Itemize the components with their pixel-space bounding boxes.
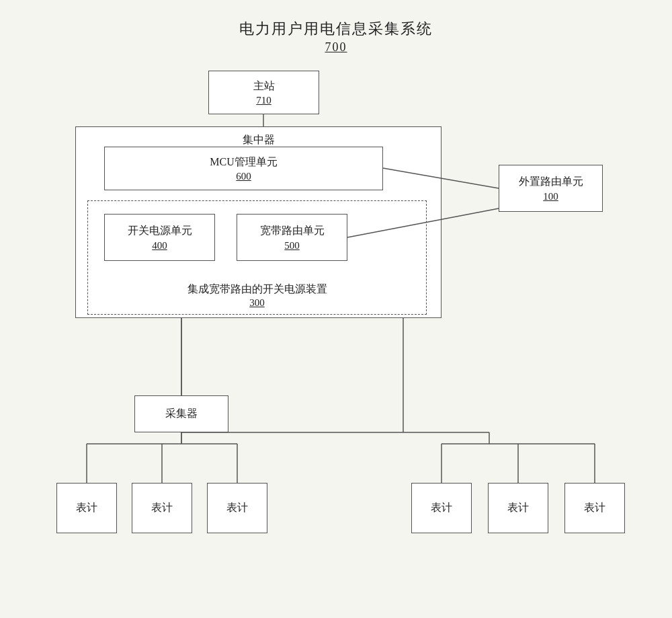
box-mcu: MCU管理单元 600 — [104, 147, 383, 190]
box-meter-l1: 表计 — [56, 483, 117, 533]
diagram-container: 电力用户用电信息采集系统 700 主站 710 集中器 200 MCU管理单元 … — [0, 0, 672, 618]
switch-power-label: 开关电源单元 — [128, 223, 192, 238]
collector-label: 采集器 — [165, 406, 198, 421]
meter-l1-label: 表计 — [76, 500, 97, 515]
external-router-label: 外置路由单元 — [519, 174, 583, 189]
box-meter-l2: 表计 — [132, 483, 192, 533]
box-meter-r1: 表计 — [411, 483, 472, 533]
meter-r2-label: 表计 — [507, 500, 529, 515]
broadband-number: 500 — [284, 240, 300, 252]
integrated-label-area: 集成宽带路由的开关电源装置 300 — [88, 282, 426, 309]
box-meter-r3: 表计 — [564, 483, 625, 533]
meter-l2-label: 表计 — [151, 500, 173, 515]
box-meter-r2: 表计 — [488, 483, 548, 533]
box-broadband: 宽带路由单元 500 — [237, 214, 347, 261]
mcu-label: MCU管理单元 — [210, 155, 277, 169]
system-title: 电力用户用电信息采集系统 — [239, 20, 433, 37]
broadband-label: 宽带路由单元 — [260, 223, 325, 238]
integrated-number: 300 — [249, 297, 265, 308]
meter-r1-label: 表计 — [431, 500, 452, 515]
meter-r3-label: 表计 — [584, 500, 605, 515]
box-meter-l3: 表计 — [207, 483, 267, 533]
switch-power-number: 400 — [152, 240, 167, 252]
mcu-number: 600 — [236, 171, 251, 182]
box-main-station: 主站 710 — [208, 71, 319, 114]
integrated-label: 集成宽带路由的开关电源装置 — [187, 283, 327, 295]
main-station-label: 主站 — [253, 79, 275, 93]
title-area: 电力用户用电信息采集系统 700 — [0, 0, 672, 54]
concentrator-label: 集中器 — [243, 134, 275, 145]
box-external-router: 外置路由单元 100 — [499, 165, 603, 212]
box-collector: 采集器 — [134, 395, 228, 432]
box-switch-power: 开关电源单元 400 — [104, 214, 215, 261]
external-router-number: 100 — [543, 191, 558, 202]
meter-l3-label: 表计 — [226, 500, 248, 515]
main-station-number: 710 — [256, 95, 271, 106]
system-number: 700 — [0, 40, 672, 54]
